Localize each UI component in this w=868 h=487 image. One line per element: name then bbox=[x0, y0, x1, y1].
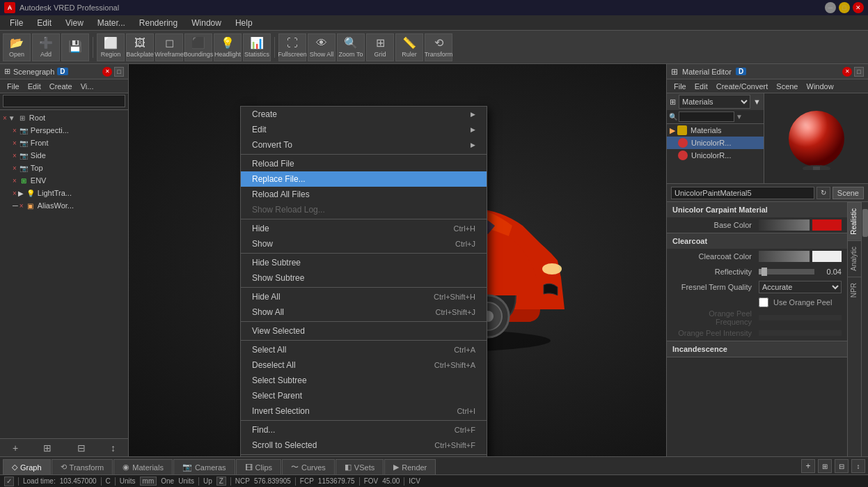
menu-help[interactable]: Help bbox=[228, 17, 260, 29]
viewport[interactable]: Create Edit Convert To Reload File Repla… bbox=[129, 64, 666, 456]
fullscreen-button[interactable]: ⛶ Fullscreen bbox=[278, 33, 306, 61]
tree-row-front[interactable]: × 📷 Front bbox=[0, 137, 128, 149]
me-list-filter[interactable]: ▼ bbox=[753, 98, 761, 106]
me-menu-create-convert[interactable]: Create/Convert bbox=[712, 82, 773, 91]
save-button[interactable]: 💾 bbox=[61, 33, 89, 61]
clearcoat-swatch[interactable] bbox=[812, 251, 842, 262]
open-button[interactable]: 📂 Open bbox=[3, 33, 31, 61]
minimize-button[interactable]: ─ bbox=[825, 2, 836, 13]
sg-menu-file[interactable]: File bbox=[3, 82, 24, 91]
me-mat-row-1[interactable]: UnicolorR... bbox=[667, 137, 764, 149]
menu-select-all[interactable]: Select All Ctrl+A bbox=[241, 342, 487, 357]
zoom-to-button[interactable]: 🔍 Zoom To bbox=[337, 33, 365, 61]
me-scroll-thumb[interactable] bbox=[862, 209, 868, 237]
sg-group-btn[interactable]: ⊞ bbox=[39, 441, 56, 455]
tree-row-top[interactable]: × 📷 Top bbox=[0, 162, 128, 174]
material-name-input[interactable] bbox=[671, 187, 814, 199]
sg-float-btn[interactable]: □ bbox=[114, 67, 124, 77]
me-mat-row-2[interactable]: UnicolorR... bbox=[667, 149, 764, 162]
ruler-button[interactable]: 📏 Ruler bbox=[395, 33, 423, 61]
me-close-btn[interactable]: ✕ bbox=[842, 67, 852, 77]
menu-view[interactable]: View bbox=[58, 17, 90, 29]
transform-button[interactable]: ⟲ Transform bbox=[425, 33, 452, 61]
sg-menu-view[interactable]: Vi... bbox=[77, 82, 98, 91]
region-button[interactable]: ⬜ Region bbox=[97, 33, 125, 61]
menu-convert-to[interactable]: Convert To bbox=[241, 137, 487, 153]
menu-hide[interactable]: Hide Ctrl+H bbox=[241, 221, 487, 236]
base-color-swatch[interactable] bbox=[812, 219, 842, 231]
layout-btn[interactable]: ⊟ bbox=[835, 459, 849, 473]
me-filter-icon[interactable]: ▼ bbox=[736, 113, 743, 121]
add-button[interactable]: ➕ Add bbox=[32, 33, 60, 61]
show-all-button[interactable]: 👁 Show All bbox=[308, 33, 336, 61]
menu-window[interactable]: Window bbox=[184, 17, 228, 29]
backplate-button[interactable]: 🖼 Backplate bbox=[126, 33, 154, 61]
sg-move-btn[interactable]: ↕ bbox=[106, 441, 120, 455]
menu-show-subtree[interactable]: Show Subtree bbox=[241, 270, 487, 286]
menu-view-selected[interactable]: View Selected bbox=[241, 323, 487, 339]
menu-deselect-all[interactable]: Deselect All Ctrl+Shift+A bbox=[241, 357, 487, 373]
me-menu-scene[interactable]: Scene bbox=[772, 82, 802, 91]
boundings-button[interactable]: ⬛ Boundings bbox=[184, 33, 212, 61]
reflectivity-slider-thumb[interactable] bbox=[762, 268, 767, 276]
tree-row-side[interactable]: × 📷 Side bbox=[0, 149, 128, 162]
me-list-dropdown[interactable]: Materials bbox=[679, 95, 750, 109]
fresnel-select[interactable]: Accurate bbox=[759, 281, 842, 293]
tab-realistic[interactable]: Realistic bbox=[848, 202, 861, 240]
menu-find[interactable]: Find... Ctrl+F bbox=[241, 422, 487, 438]
menu-select-parent[interactable]: Select Parent bbox=[241, 388, 487, 403]
menu-select-subtree[interactable]: Select Subtree bbox=[241, 373, 487, 388]
grid-button[interactable]: ⊞ Grid bbox=[366, 33, 394, 61]
me-scene-button[interactable]: Scene bbox=[833, 187, 864, 199]
wireframe-button[interactable]: ◻ Wireframe bbox=[155, 33, 183, 61]
menu-show[interactable]: Show Ctrl+J bbox=[241, 236, 487, 252]
menu-file[interactable]: File bbox=[3, 17, 30, 29]
tab-materials[interactable]: ◉ Materials bbox=[113, 459, 173, 474]
close-button[interactable]: ✕ bbox=[853, 2, 864, 13]
me-menu-file[interactable]: File bbox=[670, 82, 691, 91]
split-view-btn[interactable]: ⊞ bbox=[818, 459, 832, 473]
tree-row-light[interactable]: × ▶ 💡 LightTra... bbox=[0, 187, 128, 199]
tree-row-root[interactable]: × ▼ ⊞ Root bbox=[0, 111, 128, 124]
sg-menu-edit[interactable]: Edit bbox=[24, 82, 45, 91]
tab-curves[interactable]: 〜 Curves bbox=[282, 459, 335, 474]
tab-cameras[interactable]: 📷 Cameras bbox=[173, 459, 235, 474]
tree-row-env[interactable]: × ⊞ ENV bbox=[0, 174, 128, 187]
scenegraph-search-input[interactable] bbox=[3, 95, 125, 107]
tree-row-alias[interactable]: ─ × ▣ AliasWor... bbox=[0, 199, 128, 212]
tab-render[interactable]: ▶ Render bbox=[384, 459, 436, 474]
maximize-button[interactable]: □ bbox=[839, 2, 850, 13]
tab-transform[interactable]: ⟲ Transform bbox=[52, 459, 113, 474]
sg-close-btn[interactable]: ✕ bbox=[102, 67, 112, 77]
menu-edit-item[interactable]: Edit bbox=[241, 122, 487, 137]
statistics-button[interactable]: 📊 Statistics bbox=[243, 33, 271, 61]
move-btn[interactable]: ↕ bbox=[851, 459, 865, 473]
tab-clips[interactable]: 🎞 Clips bbox=[236, 459, 281, 474]
sg-ungroup-btn[interactable]: ⊟ bbox=[73, 441, 90, 455]
me-menu-edit[interactable]: Edit bbox=[691, 82, 712, 91]
me-scrollbar[interactable] bbox=[861, 202, 868, 456]
me-menu-window[interactable]: Window bbox=[803, 82, 838, 91]
base-color-swatch-bg[interactable] bbox=[759, 219, 810, 231]
tab-graph[interactable]: ◇ Graph bbox=[3, 459, 51, 474]
menu-reload-file[interactable]: Reload File bbox=[241, 156, 487, 171]
headlight-button[interactable]: 💡 Headlight bbox=[214, 33, 242, 61]
menu-materials[interactable]: Mater... bbox=[90, 17, 132, 29]
menu-reload-all[interactable]: Reload All Files bbox=[241, 187, 487, 202]
orange-peel-checkbox[interactable] bbox=[759, 297, 768, 307]
me-mat-row-folder[interactable]: ▶ Materials bbox=[667, 124, 764, 137]
menu-rendering[interactable]: Rendering bbox=[132, 17, 184, 29]
me-name-action-btn[interactable]: ↻ bbox=[816, 187, 830, 199]
menu-show-all[interactable]: Show All Ctrl+Shift+J bbox=[241, 304, 487, 320]
me-float-btn[interactable]: □ bbox=[854, 67, 864, 77]
tree-row-persp[interactable]: × 📷 Perspecti... bbox=[0, 124, 128, 137]
clearcoat-swatch-bg[interactable] bbox=[759, 251, 810, 262]
me-search-input[interactable] bbox=[679, 111, 734, 122]
tab-analytic[interactable]: Analytic bbox=[848, 240, 861, 277]
menu-scroll-to-selected[interactable]: Scroll to Selected Ctrl+Shift+F bbox=[241, 438, 487, 453]
add-view-btn[interactable]: + bbox=[801, 459, 815, 473]
menu-hide-all[interactable]: Hide All Ctrl+Shift+H bbox=[241, 289, 487, 304]
menu-edit[interactable]: Edit bbox=[30, 17, 58, 29]
menu-invert-selection[interactable]: Invert Selection Ctrl+I bbox=[241, 403, 487, 419]
menu-replace-file[interactable]: Replace File... bbox=[241, 171, 487, 187]
